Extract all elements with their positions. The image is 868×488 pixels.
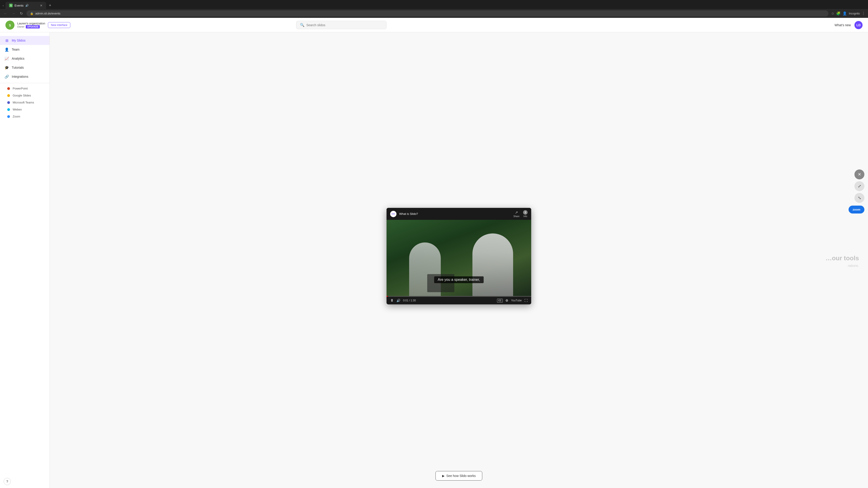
sidebar-item-label: Tutorials bbox=[12, 66, 24, 69]
user-avatar[interactable]: LD bbox=[855, 21, 863, 29]
fullscreen-icon: ⤡ bbox=[858, 195, 861, 200]
browser-toolbar: ← → ↻ 🔒 admin.sli.do/events ☆ 🧩 👤 Incogn… bbox=[0, 9, 868, 18]
integration-label: Zoom bbox=[13, 115, 20, 118]
video-right-controls: CC ⚙ YouTube ⛶ bbox=[497, 299, 528, 302]
url-text: admin.sli.do/events bbox=[35, 12, 60, 15]
video-fullscreen-button[interactable]: ⛶ bbox=[524, 299, 528, 302]
browser-chrome: ‹ S Events 🔊 ✕ + ← → ↻ 🔒 admin.sli.do/ev… bbox=[0, 0, 868, 18]
youtube-label: YouTube bbox=[511, 299, 522, 302]
sidebar-item-microsoft-teams[interactable]: Microsoft Teams bbox=[0, 99, 50, 106]
whats-new-button[interactable]: What's new bbox=[835, 23, 851, 27]
browser-back-btn: ‹ bbox=[2, 4, 4, 7]
sidebar-item-label: My Slidos bbox=[12, 39, 26, 42]
forward-button[interactable]: → bbox=[11, 11, 16, 17]
video-settings-button[interactable]: ⚙ bbox=[505, 299, 508, 302]
app-header: S Lauren's organization Owner UPGRADE Ne… bbox=[0, 18, 868, 32]
app-container: S Lauren's organization Owner UPGRADE Ne… bbox=[0, 18, 868, 488]
sidebar-item-my-slidos[interactable]: ⊞ My Slidos bbox=[0, 36, 50, 45]
browser-right-controls: ☆ 🧩 👤 Incognito ⋮ bbox=[831, 11, 865, 15]
video-header: slido What is Slido? ↗ Share ℹ Info bbox=[386, 208, 531, 220]
lock-icon: 🔒 bbox=[30, 12, 33, 15]
video-header-controls: ↗ Share ℹ Info bbox=[513, 210, 528, 218]
video-expand-button[interactable]: ⤢ bbox=[855, 181, 864, 191]
zoom-integration-pill[interactable]: zoom bbox=[848, 205, 864, 214]
active-tab[interactable]: S Events 🔊 ✕ bbox=[5, 2, 46, 9]
upgrade-badge[interactable]: UPGRADE bbox=[26, 25, 40, 29]
integration-label: PowerPoint bbox=[13, 87, 28, 90]
zoom-icon bbox=[7, 115, 10, 118]
org-role: Owner UPGRADE bbox=[17, 25, 45, 29]
sidebar-item-tutorials[interactable]: 🎓 Tutorials bbox=[0, 63, 50, 72]
sidebar-item-analytics[interactable]: 📈 Analytics bbox=[0, 54, 50, 63]
back-button[interactable]: ← bbox=[3, 11, 8, 17]
integration-label: Google Slides bbox=[13, 94, 31, 97]
share-icon: ↗ bbox=[515, 210, 518, 215]
sidebar-item-webex[interactable]: Webex bbox=[0, 106, 50, 113]
sidebar-divider bbox=[0, 83, 50, 83]
microsoft-teams-icon bbox=[7, 101, 10, 104]
video-overlay: slido What is Slido? ↗ Share ℹ Info bbox=[386, 208, 531, 304]
video-title: What is Slido? bbox=[399, 212, 510, 216]
video-subtitle: Are you a speaker, trainer, bbox=[434, 276, 484, 283]
powerpoint-icon bbox=[7, 87, 10, 90]
sidebar-item-label: Integrations bbox=[12, 75, 28, 78]
new-interface-button[interactable]: New interface bbox=[48, 22, 70, 28]
video-time-display: 0:01 / 1:30 bbox=[403, 299, 416, 302]
video-close-button[interactable]: ✕ bbox=[855, 169, 864, 180]
sidebar-item-integrations[interactable]: 🔗 Integrations bbox=[0, 72, 50, 81]
svg-text:S: S bbox=[9, 24, 11, 27]
info-icon: ℹ bbox=[523, 210, 528, 215]
org-name: Lauren's organization bbox=[17, 22, 45, 25]
closed-captions-button[interactable]: CC bbox=[497, 299, 502, 302]
video-info-button[interactable]: ℹ Info bbox=[523, 210, 528, 218]
help-button[interactable]: ? bbox=[4, 478, 11, 485]
org-info: Lauren's organization Owner UPGRADE bbox=[17, 22, 45, 29]
video-progress-bar[interactable] bbox=[386, 296, 531, 297]
play-triangle-icon: ▶ bbox=[442, 474, 445, 478]
see-how-button[interactable]: ▶ See how Slido works bbox=[436, 471, 483, 481]
video-fullscreen-float-button[interactable]: ⤡ bbox=[855, 193, 864, 203]
content-area: …our tools rations. slido What is Slido?… bbox=[50, 32, 868, 488]
video-screen: Are you a speaker, trainer, bbox=[386, 220, 531, 297]
sidebar: ⊞ My Slidos 👤 Team 📈 Analytics 🎓 Tutoria… bbox=[0, 32, 50, 488]
new-tab-button[interactable]: + bbox=[47, 2, 53, 9]
incognito-label: Incognito bbox=[849, 12, 860, 15]
reload-button[interactable]: ↻ bbox=[19, 10, 24, 17]
slido-logo: S bbox=[5, 21, 14, 30]
video-share-button[interactable]: ↗ Share bbox=[513, 210, 520, 218]
tab-audio-icon: 🔊 bbox=[25, 4, 29, 7]
tutorials-icon: 🎓 bbox=[4, 65, 9, 70]
analytics-icon: 📈 bbox=[4, 56, 9, 61]
floating-buttons: ✕ ⤢ ⤡ bbox=[855, 169, 864, 203]
sidebar-item-zoom[interactable]: Zoom bbox=[0, 113, 50, 120]
tab-close-button[interactable]: ✕ bbox=[40, 4, 42, 7]
logo-area: S Lauren's organization Owner UPGRADE Ne… bbox=[5, 21, 70, 30]
video-slido-logo: slido bbox=[390, 211, 397, 217]
sidebar-item-powerpoint[interactable]: PowerPoint bbox=[0, 85, 50, 92]
profile-icon[interactable]: 👤 bbox=[842, 11, 847, 15]
bookmark-icon[interactable]: ☆ bbox=[831, 11, 834, 15]
integration-label: Microsoft Teams bbox=[13, 101, 34, 104]
extensions-icon[interactable]: 🧩 bbox=[836, 11, 841, 15]
team-icon: 👤 bbox=[4, 47, 9, 52]
video-pause-button[interactable]: ⏸ bbox=[390, 298, 394, 302]
my-slidos-icon: ⊞ bbox=[4, 38, 9, 43]
video-mute-button[interactable]: 🔊 bbox=[397, 299, 400, 302]
expand-icon: ⤢ bbox=[858, 184, 861, 189]
integrations-icon: 🔗 bbox=[4, 74, 9, 79]
video-progress-fill bbox=[386, 296, 388, 297]
webex-icon bbox=[7, 108, 10, 111]
tab-favicon: S bbox=[9, 4, 13, 7]
search-input[interactable] bbox=[306, 23, 383, 27]
main-content: ⊞ My Slidos 👤 Team 📈 Analytics 🎓 Tutoria… bbox=[0, 32, 868, 488]
address-bar[interactable]: 🔒 admin.sli.do/events bbox=[26, 10, 829, 17]
search-icon: 🔍 bbox=[300, 23, 305, 27]
tab-label: Events bbox=[14, 4, 24, 7]
menu-icon[interactable]: ⋮ bbox=[862, 11, 865, 15]
search-bar[interactable]: 🔍 bbox=[296, 21, 386, 29]
tab-bar: ‹ S Events 🔊 ✕ + bbox=[0, 0, 868, 9]
sidebar-item-google-slides[interactable]: Google Slides bbox=[0, 92, 50, 99]
sidebar-item-label: Analytics bbox=[12, 57, 24, 60]
sidebar-item-team[interactable]: 👤 Team bbox=[0, 45, 50, 54]
integration-label: Webex bbox=[13, 108, 22, 111]
